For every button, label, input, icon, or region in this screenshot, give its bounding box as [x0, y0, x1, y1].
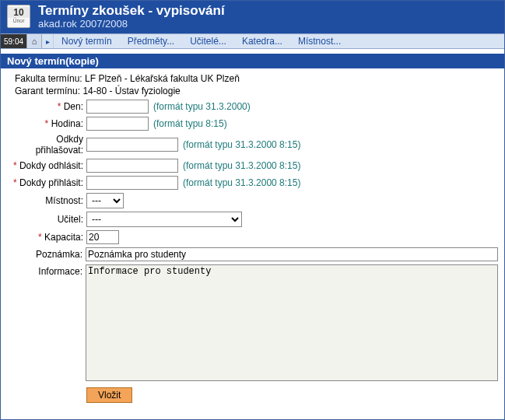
page-title: Termíny zkoušek - vypisování [38, 4, 225, 18]
hodina-input[interactable] [86, 117, 149, 131]
submit-row: Vložit [7, 387, 498, 403]
page-subtitle: akad.rok 2007/2008 [38, 18, 225, 30]
row-poznamka: Poznámka: [7, 247, 498, 261]
odkdy-label: Odkdy přihlašovat: [36, 134, 83, 156]
header-titles: Termíny zkoušek - vypisování akad.rok 20… [38, 4, 225, 30]
fakulta-line: Fakulta termínu: LF Plzeň - Lékařská fak… [15, 73, 498, 84]
calendar-icon: 10 Únor [7, 5, 30, 28]
kapacita-label: Kapacita: [44, 232, 83, 243]
submit-button[interactable]: Vložit [86, 387, 132, 403]
ucitel-select[interactable]: --- [86, 212, 242, 227]
kapacita-input[interactable] [86, 230, 119, 244]
informace-label: Informace: [38, 266, 82, 277]
row-odkdy: Odkdy přihlašovat: (formát typu 31.3.200… [7, 134, 498, 156]
row-informace: Informace: [7, 264, 498, 381]
ucitel-label: Učitel: [58, 214, 83, 225]
row-mistnost: Místnost: --- [7, 193, 498, 208]
required-marker: * [58, 101, 64, 112]
panel-title: Nový termín(kopie) [1, 54, 504, 68]
app-window: 10 Únor Termíny zkoušek - vypisování aka… [0, 0, 505, 420]
poznamka-input[interactable] [86, 247, 498, 261]
dokdy-odhlasit-label: Dokdy odhlásit: [19, 160, 83, 171]
required-marker: * [45, 118, 51, 129]
row-kapacita: * Kapacita: [7, 230, 498, 244]
required-marker: * [13, 160, 19, 171]
row-den: * Den: (formát typu 31.3.2000) [7, 100, 498, 114]
dokdy-odhlasit-hint: (formát typu 31.3.2000 8:15) [183, 160, 300, 171]
row-ucitel: Učitel: --- [7, 212, 498, 227]
menubar: 59:04 ⌂ ▸ Nový termín Předměty... Učitel… [1, 33, 504, 49]
den-input[interactable] [86, 100, 149, 114]
menu-arrow-icon[interactable]: ▸ [42, 34, 54, 48]
calendar-icon-month: Únor [12, 18, 24, 24]
garant-line: Garant termínu: 14-80 - Ústav fyziologie [15, 86, 498, 96]
mistnost-label: Místnost: [45, 195, 83, 206]
required-marker: * [38, 232, 44, 243]
form-content: Fakulta termínu: LF Plzeň - Lékařská fak… [1, 68, 504, 409]
required-marker: * [13, 177, 19, 188]
poznamka-label: Poznámka: [36, 249, 82, 260]
row-dokdy-prihlasit: * Dokdy přihlásit: (formát typu 31.3.200… [7, 176, 498, 190]
dokdy-prihlasit-input[interactable] [86, 176, 178, 190]
hodina-label: Hodina: [51, 118, 83, 129]
garant-value: 14-80 - Ústav fyziologie [82, 86, 180, 96]
menu-katedra[interactable]: Katedra... [234, 34, 290, 48]
header: 10 Únor Termíny zkoušek - vypisování aka… [1, 1, 504, 33]
fakulta-label: Fakulta termínu: [15, 73, 82, 84]
dokdy-prihlasit-hint: (formát typu 31.3.2000 8:15) [183, 177, 300, 188]
menu-predmety[interactable]: Předměty... [120, 34, 182, 48]
menu-ucitele[interactable]: Učitelé... [182, 34, 234, 48]
hodina-hint: (formát typu 8:15) [153, 118, 227, 129]
odkdy-input[interactable] [86, 138, 178, 152]
row-hodina: * Hodina: (formát typu 8:15) [7, 117, 498, 131]
calendar-icon-day: 10 [8, 7, 30, 18]
menu-mistnost[interactable]: Místnost... [290, 34, 349, 48]
odkdy-hint: (formát typu 31.3.2000 8:15) [183, 139, 300, 150]
den-label: Den: [64, 101, 83, 112]
mistnost-select[interactable]: --- [86, 193, 124, 208]
menu-novy-termin[interactable]: Nový termín [54, 34, 120, 48]
den-hint: (formát typu 31.3.2000) [153, 101, 251, 112]
informace-textarea[interactable] [86, 264, 498, 381]
clock: 59:04 [1, 34, 26, 48]
dokdy-prihlasit-label: Dokdy přihlásit: [19, 177, 83, 188]
garant-label: Garant termínu: [15, 86, 80, 96]
fakulta-value: LF Plzeň - Lékařská fakulta UK Plzeň [85, 73, 240, 84]
home-icon[interactable]: ⌂ [26, 34, 42, 48]
dokdy-odhlasit-input[interactable] [86, 159, 178, 173]
row-dokdy-odhlasit: * Dokdy odhlásit: (formát typu 31.3.2000… [7, 159, 498, 173]
